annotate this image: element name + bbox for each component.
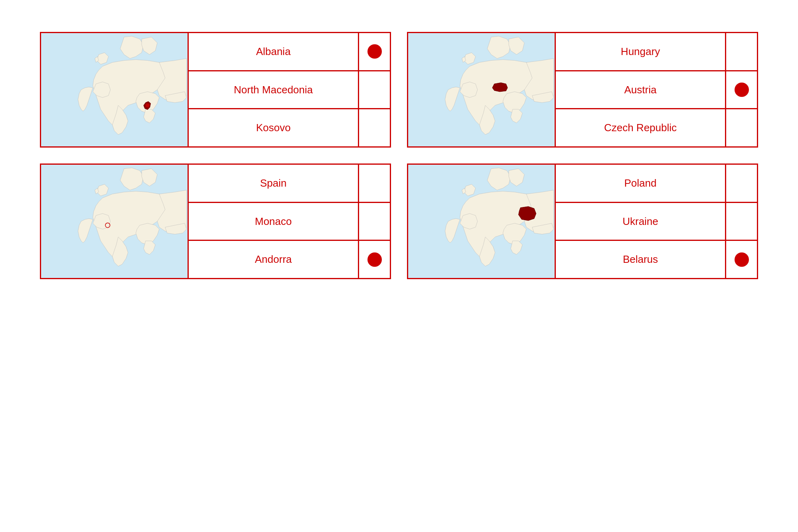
option-czech-republic[interactable]: Czech Republic: [556, 109, 757, 146]
option-kosovo-indicator: [358, 109, 390, 146]
option-poland-indicator: [725, 165, 757, 202]
empty-dot-7: [735, 176, 749, 190]
map-central-europe: [408, 33, 556, 146]
option-andorra[interactable]: Andorra: [189, 241, 390, 278]
option-kosovo[interactable]: Kosovo: [189, 109, 390, 146]
option-north-macedonia-indicator: [358, 71, 390, 108]
option-belarus-indicator: [725, 241, 757, 278]
card-central-europe: Hungary Austria Czech Republic: [407, 32, 758, 148]
empty-dot-4: [735, 121, 749, 135]
option-poland-label: Poland: [556, 177, 725, 189]
option-austria-indicator: [725, 71, 757, 108]
option-czech-republic-indicator: [725, 109, 757, 146]
option-czech-republic-label: Czech Republic: [556, 122, 725, 134]
option-spain[interactable]: Spain: [189, 165, 390, 203]
empty-dot-5: [367, 176, 382, 190]
option-albania-indicator: [358, 33, 390, 70]
option-monaco-label: Monaco: [189, 215, 358, 228]
selected-dot: [367, 44, 382, 59]
option-ukraine-label: Ukraine: [556, 215, 725, 228]
option-andorra-label: Andorra: [189, 253, 358, 266]
option-north-macedonia-label: North Macedonia: [189, 84, 358, 96]
card-balkans: Albania North Macedonia Kosovo: [40, 32, 391, 148]
options-balkans: Albania North Macedonia Kosovo: [189, 33, 390, 146]
card-row-1: Albania North Macedonia Kosovo: [40, 32, 758, 148]
option-monaco-indicator: [358, 203, 390, 240]
option-belarus[interactable]: Belarus: [556, 241, 757, 278]
options-central-europe: Hungary Austria Czech Republic: [556, 33, 757, 146]
card-iberia: Spain Monaco Andorra: [40, 164, 391, 279]
option-kosovo-label: Kosovo: [189, 122, 358, 134]
option-hungary[interactable]: Hungary: [556, 33, 757, 71]
option-andorra-indicator: [358, 241, 390, 278]
option-austria-label: Austria: [556, 84, 725, 96]
option-hungary-label: Hungary: [556, 45, 725, 58]
empty-dot: [367, 83, 382, 97]
option-albania[interactable]: Albania: [189, 33, 390, 71]
selected-dot-3: [367, 252, 382, 267]
option-monaco[interactable]: Monaco: [189, 203, 390, 241]
selected-dot-4: [735, 252, 749, 267]
card-eastern-europe: Poland Ukraine Belarus: [407, 164, 758, 279]
empty-dot-2: [367, 121, 382, 135]
card-row-2: Spain Monaco Andorra: [40, 164, 758, 279]
option-spain-label: Spain: [189, 177, 358, 189]
option-poland[interactable]: Poland: [556, 165, 757, 203]
empty-dot-6: [367, 214, 382, 229]
option-albania-label: Albania: [189, 45, 358, 58]
option-ukraine[interactable]: Ukraine: [556, 203, 757, 241]
empty-dot-8: [735, 214, 749, 229]
svg-point-1: [146, 103, 150, 107]
option-ukraine-indicator: [725, 203, 757, 240]
option-austria[interactable]: Austria: [556, 71, 757, 110]
empty-dot-3: [735, 44, 749, 59]
option-north-macedonia[interactable]: North Macedonia: [189, 71, 390, 110]
map-iberia: [41, 165, 189, 278]
option-hungary-indicator: [725, 33, 757, 70]
map-eastern-europe: [408, 165, 556, 278]
options-iberia: Spain Monaco Andorra: [189, 165, 390, 278]
options-eastern-europe: Poland Ukraine Belarus: [556, 165, 757, 278]
page-container: Albania North Macedonia Kosovo: [0, 0, 798, 532]
option-spain-indicator: [358, 165, 390, 202]
selected-dot-2: [735, 83, 749, 97]
map-balkans: [41, 33, 189, 146]
option-belarus-label: Belarus: [556, 253, 725, 266]
